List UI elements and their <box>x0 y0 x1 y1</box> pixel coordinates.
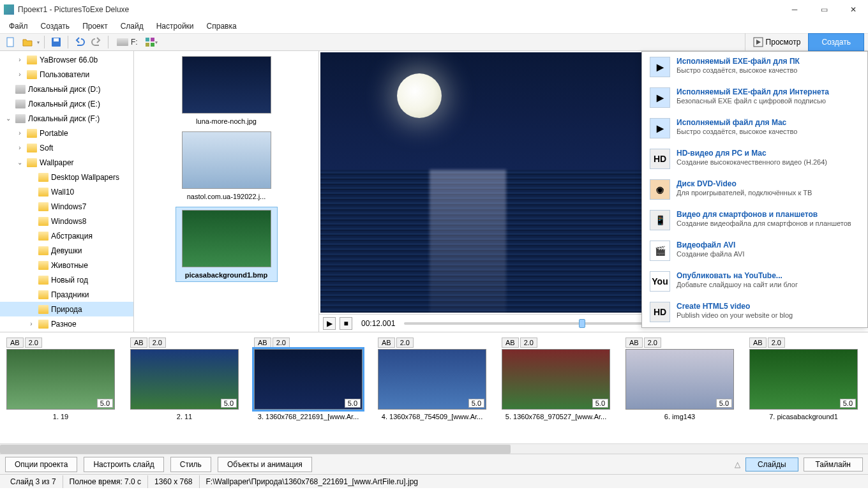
transition-time[interactable]: 2.0 <box>768 338 785 348</box>
publish-option[interactable]: ▶Исполняемый EXE-файл для ИнтернетаБезоп… <box>642 82 867 113</box>
transition-badge[interactable]: AB <box>6 338 24 348</box>
play-button[interactable]: ▶ <box>323 317 336 330</box>
slide-duration[interactable]: 5.0 <box>221 399 237 408</box>
tree-item[interactable]: Праздники <box>0 287 133 302</box>
publish-option[interactable]: 📱Видео для смартфонов и планшетовСоздани… <box>642 205 867 235</box>
project-options-button[interactable]: Опции проекта <box>5 457 77 472</box>
slide-duration[interactable]: 5.0 <box>716 399 732 408</box>
publish-option[interactable]: HDCreate HTML5 videoPublish video on you… <box>642 297 867 327</box>
transition-badge[interactable]: AB <box>254 338 271 348</box>
slide-item[interactable]: AB2.05.01. 19 <box>6 338 115 420</box>
folder-tree[interactable]: ›YaBrowser 66.0b›ПользователиЛокальный д… <box>0 51 134 332</box>
chevron-icon[interactable]: › <box>15 130 24 137</box>
tree-item[interactable]: ›Разное <box>0 316 133 331</box>
minimize-button[interactable]: ─ <box>780 0 809 19</box>
view-mode-button[interactable]: ▾ <box>144 35 158 49</box>
transition-time[interactable]: 2.0 <box>520 338 537 348</box>
slide-item[interactable]: AB2.05.04. 1360x768_754509_[www.Ar... <box>378 338 486 420</box>
slide-item[interactable]: AB2.05.03. 1360x768_221691_[www.Ar... <box>254 338 363 420</box>
slide-item[interactable]: AB2.05.07. picasabackground1 <box>749 338 858 420</box>
tree-item[interactable]: Природа <box>0 302 133 316</box>
publish-option[interactable]: HDHD-видео для PC и MacСоздание высокока… <box>642 144 867 174</box>
chevron-icon[interactable]: › <box>27 320 36 327</box>
tab-slides[interactable]: Слайды <box>745 457 798 471</box>
slide-duration[interactable]: 5.0 <box>840 399 856 408</box>
tree-item[interactable]: Windows8 <box>0 214 133 228</box>
transition-badge[interactable]: AB <box>378 338 395 348</box>
thumbnail-item[interactable]: nastol.com.ua-192022.j... <box>176 131 278 200</box>
tree-item[interactable]: Desktop Wallpapers <box>0 170 133 184</box>
chevron-icon[interactable]: › <box>15 56 24 63</box>
transition-time[interactable]: 2.0 <box>273 338 290 348</box>
style-button[interactable]: Стиль <box>170 457 211 472</box>
slide-item[interactable]: AB2.05.06. img143 <box>625 338 734 420</box>
scrollbar-thumb[interactable] <box>0 445 511 454</box>
playback-handle[interactable] <box>579 319 585 328</box>
menu-Файл[interactable]: Файл <box>3 20 34 32</box>
publish-title: Видео для смартфонов и планшетов <box>677 210 851 219</box>
tree-item[interactable]: Локальный диск (D:) <box>0 82 133 96</box>
slide-duration[interactable]: 5.0 <box>345 399 361 408</box>
tab-timeline[interactable]: Таймлайн <box>804 457 863 471</box>
thumbnail-item[interactable]: luna-more-noch.jpg <box>176 56 278 125</box>
maximize-button[interactable]: ▭ <box>809 0 839 19</box>
publish-option[interactable]: ▶Исполняемый файл для MacБыстро создаётс… <box>642 113 867 144</box>
transition-badge[interactable]: AB <box>749 338 767 348</box>
tree-item[interactable]: Животные <box>0 258 133 272</box>
publish-option[interactable]: ◉Диск DVD-VideoДля проигрывателей, подкл… <box>642 174 867 205</box>
preview-button[interactable]: Просмотр <box>745 33 809 51</box>
tree-item[interactable]: Новый год <box>0 272 133 287</box>
tree-item[interactable]: ›YaBrowser 66.0b <box>0 52 133 67</box>
menu-Создать[interactable]: Создать <box>34 20 77 32</box>
thumbnail-panel[interactable]: luna-more-noch.jpgnastol.com.ua-192022.j… <box>134 51 319 332</box>
transition-time[interactable]: 2.0 <box>644 338 661 348</box>
open-button[interactable] <box>20 35 34 49</box>
drive-selector[interactable]: F: <box>113 38 142 47</box>
menu-Справка[interactable]: Справка <box>200 20 243 32</box>
configure-slide-button[interactable]: Настроить слайд <box>84 457 163 472</box>
publish-option[interactable]: YouОпубликовать на YouTube...Добавьте сл… <box>642 266 867 297</box>
transition-time[interactable]: 2.0 <box>396 338 414 348</box>
chevron-icon[interactable]: ⌄ <box>15 159 24 166</box>
chevron-icon[interactable]: › <box>15 144 24 151</box>
redo-button[interactable] <box>89 35 103 49</box>
transition-badge[interactable]: AB <box>130 338 147 348</box>
horizontal-scrollbar[interactable] <box>0 443 868 454</box>
undo-button[interactable] <box>73 35 87 49</box>
tree-item[interactable]: Windows7 <box>0 199 133 214</box>
tree-item[interactable]: Локальный диск (E:) <box>0 96 133 111</box>
objects-animation-button[interactable]: Объекты и анимация <box>218 457 312 472</box>
tree-item[interactable]: ›Пользователи <box>0 67 133 82</box>
menu-Проект[interactable]: Проект <box>76 20 114 32</box>
tree-item[interactable]: Девушки <box>0 243 133 258</box>
create-button[interactable]: Создать <box>808 33 864 51</box>
collapse-icon[interactable]: △ <box>735 460 740 469</box>
menu-Слайд[interactable]: Слайд <box>114 20 150 32</box>
menu-Настройки[interactable]: Настройки <box>150 20 200 32</box>
slide-duration[interactable]: 5.0 <box>468 399 484 408</box>
tree-item[interactable]: ›Soft <box>0 140 133 155</box>
chevron-icon[interactable]: ⌄ <box>4 115 13 122</box>
chevron-icon[interactable]: › <box>15 71 24 78</box>
svg-rect-5 <box>146 43 149 47</box>
transition-badge[interactable]: AB <box>625 338 643 348</box>
close-button[interactable]: ✕ <box>839 0 868 19</box>
transition-time[interactable]: 2.0 <box>25 338 42 348</box>
save-button[interactable] <box>49 35 63 49</box>
tree-item[interactable]: ⌄Wallpaper <box>0 155 133 170</box>
publish-option[interactable]: 🎬Видеофайл AVIСоздание файла AVI <box>642 235 867 266</box>
thumbnail-item[interactable]: picasabackground1.bmp <box>176 207 278 282</box>
tree-item[interactable]: Абстракция <box>0 228 133 243</box>
slide-duration[interactable]: 5.0 <box>97 399 113 408</box>
stop-button[interactable]: ■ <box>340 317 352 330</box>
tree-item[interactable]: Wall10 <box>0 184 133 199</box>
slide-item[interactable]: AB2.05.05. 1360x768_970527_[www.Ar... <box>502 338 610 420</box>
tree-item[interactable]: ⌄Локальный диск (F:) <box>0 111 133 126</box>
transition-badge[interactable]: AB <box>502 338 519 348</box>
slide-duration[interactable]: 5.0 <box>592 399 608 408</box>
publish-option[interactable]: ▶Исполняемый EXE-файл для ПКБыстро созда… <box>642 52 867 82</box>
new-button[interactable] <box>4 35 18 49</box>
transition-time[interactable]: 2.0 <box>149 338 166 348</box>
slide-item[interactable]: AB2.05.02. 11 <box>130 338 239 420</box>
tree-item[interactable]: ›Portable <box>0 126 133 140</box>
